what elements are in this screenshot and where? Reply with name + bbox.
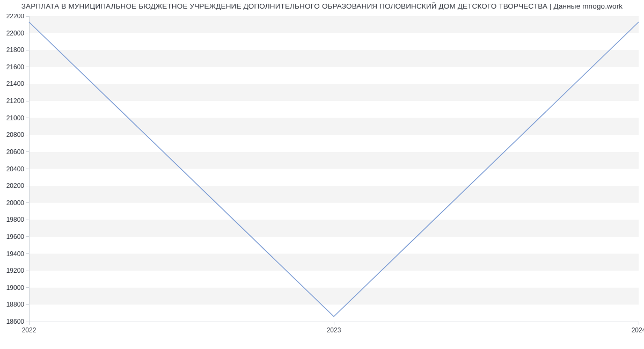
svg-text:2024: 2024 — [632, 326, 644, 334]
svg-rect-5 — [29, 118, 639, 135]
svg-text:19600: 19600 — [6, 233, 25, 241]
svg-text:20600: 20600 — [6, 148, 25, 156]
svg-text:2023: 2023 — [327, 326, 341, 334]
svg-text:21800: 21800 — [6, 46, 25, 54]
svg-rect-2 — [29, 220, 639, 237]
svg-rect-1 — [29, 254, 639, 271]
svg-text:21000: 21000 — [6, 114, 25, 122]
svg-text:18600: 18600 — [6, 318, 25, 325]
svg-text:21600: 21600 — [6, 63, 25, 71]
svg-text:20000: 20000 — [6, 199, 25, 207]
chart-title: ЗАРПЛАТА В МУНИЦИПАЛЬНОЕ БЮДЖЕТНОЕ УЧРЕЖ… — [0, 2, 644, 10]
svg-text:22000: 22000 — [6, 30, 25, 37]
svg-text:19200: 19200 — [6, 267, 25, 274]
svg-text:20400: 20400 — [6, 165, 25, 173]
svg-rect-8 — [29, 16, 639, 33]
svg-rect-0 — [29, 288, 639, 305]
svg-rect-7 — [29, 50, 639, 67]
svg-text:21400: 21400 — [6, 80, 25, 88]
svg-rect-3 — [29, 186, 639, 203]
svg-text:21200: 21200 — [6, 97, 25, 105]
svg-text:19800: 19800 — [6, 216, 25, 223]
svg-text:19000: 19000 — [6, 284, 25, 292]
salary-line-chart: ЗАРПЛАТА В МУНИЦИПАЛЬНОЕ БЮДЖЕТНОЕ УЧРЕЖ… — [0, 0, 644, 349]
svg-text:18800: 18800 — [6, 301, 25, 308]
svg-text:20200: 20200 — [6, 182, 25, 190]
svg-text:20800: 20800 — [6, 131, 25, 139]
svg-text:22200: 22200 — [6, 14, 25, 20]
svg-text:19400: 19400 — [6, 250, 25, 258]
chart-svg: 1860018800190001920019400196001980020000… — [0, 14, 644, 349]
svg-text:2022: 2022 — [22, 326, 36, 334]
svg-rect-4 — [29, 152, 639, 169]
svg-rect-6 — [29, 84, 639, 101]
